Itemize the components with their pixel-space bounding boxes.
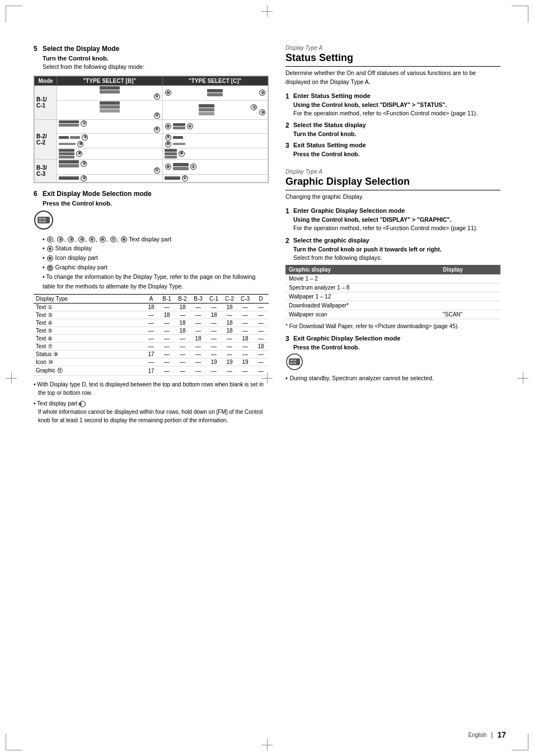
dt-cell-c3: —: [237, 327, 253, 335]
svg-rect-7: [289, 358, 300, 365]
dt-cell-b3: —: [190, 351, 206, 358]
mode-label-b2c2: B-2/C-2: [35, 119, 57, 159]
dt-cell-b3: —: [190, 358, 206, 366]
bullet-status-display: ⑨ Status display: [43, 244, 269, 253]
bullet-graphic-display: ⑪ Graphic display part: [43, 263, 269, 272]
cell-c1-row1: ⑩ ②: [162, 85, 268, 100]
cell-b2-row1: ① ④: [57, 119, 163, 133]
cell-c2-row1: ⑩ ④: [162, 119, 268, 133]
dt-cell-c3: 18: [237, 335, 253, 343]
graphic-intro: Changing the graphic Display.: [285, 193, 500, 202]
main-content: 5 Select the Display Mode Turn the Contr…: [11, 45, 523, 427]
table-row: Icon ⑩————191919—: [34, 358, 269, 366]
dt-cell-c3: —: [237, 366, 253, 376]
status-step2-title: Select the Status display: [293, 122, 366, 128]
dt-cell-c2: 18: [222, 319, 237, 327]
dt-cell-a: —: [143, 358, 159, 366]
bullet-change-info: To change the information by the Display…: [43, 272, 269, 291]
graphic-display-cell: [439, 292, 500, 301]
mode-table: Mode "TYPE SELECT [B]" "TYPE SELECT [C]"…: [34, 76, 268, 183]
table-row: Text ⑤——18——18——: [34, 327, 269, 335]
step5-desc: Select from the following display mode:: [43, 63, 269, 71]
status-step1: 1 Enter Status Setting mode Using the Co…: [285, 92, 500, 118]
graphic-table-header-display: Graphic display: [285, 265, 439, 274]
dt-cell-b1: —: [159, 327, 175, 335]
dt-cell-c2: 18: [222, 304, 237, 311]
dt-cell-d: —: [253, 351, 269, 358]
table-row: B-3/C-3 ② ①: [35, 159, 268, 174]
dt-cell-b2: —: [175, 366, 190, 376]
graphic-display-cell: "SCAN": [439, 310, 500, 319]
table-row: Text ④——18——18——: [34, 319, 269, 327]
table-row: Text ③—18——18———: [34, 311, 269, 319]
status-step1-desc: For the operation method, refer to <Func…: [293, 109, 500, 118]
language-label: English: [468, 732, 486, 738]
step6-number: 6: [34, 190, 40, 198]
cell-b3-row1: ② ①: [57, 159, 163, 174]
dt-cell-type: Status ⑨: [34, 351, 143, 358]
status-setting-section: Display Type A Status Setting Determine …: [285, 45, 500, 157]
graphic-display-table: Graphic display Display Movie 1 – 2Spect…: [285, 265, 500, 319]
dt-header-a: A: [143, 295, 159, 304]
graphic-display-cell: [439, 283, 500, 292]
dt-cell-c2: 19: [222, 358, 237, 366]
cell-b1-row2: ③: [57, 100, 163, 119]
svg-rect-1: [38, 217, 50, 223]
dt-cell-c1: —: [206, 327, 222, 335]
graphic-knob-icon: [285, 353, 303, 371]
dt-cell-c2: 18: [222, 327, 237, 335]
dt-header-c1: C-1: [206, 295, 222, 304]
graphic-section-title: Graphic Display Selection: [285, 176, 500, 190]
graphic-name-cell: Spectrum analyzer 1 – 8: [285, 283, 439, 292]
dt-header-c2: C-2: [222, 295, 237, 304]
graphic-type-label: Display Type A: [285, 169, 500, 175]
table-row: ⑤ ⑩: [35, 133, 268, 148]
dt-cell-b1: —: [159, 358, 175, 366]
dt-header-b3: B-3: [190, 295, 206, 304]
footer-separator: |: [491, 731, 493, 739]
dt-cell-c1: —: [206, 351, 222, 358]
graphic-name-cell: Downloaded Wallpaper*: [285, 301, 439, 310]
step6-subtitle: Press the Control knob.: [43, 200, 269, 207]
graphic-step3-note-text: During standby, Spectrum analyzer cannot…: [290, 374, 434, 382]
dt-cell-c1: —: [206, 343, 222, 351]
cell-b2-row2: ⑤ ⑩: [57, 133, 163, 148]
dt-cell-d: —: [253, 327, 269, 335]
graphic-display-cell: [439, 301, 500, 310]
svg-rect-2: [39, 218, 42, 220]
dt-cell-a: —: [143, 335, 159, 343]
page-container: 5 Select the Display Mode Turn the Contr…: [0, 0, 534, 756]
mode-table-wrapper: Mode "TYPE SELECT [B]" "TYPE SELECT [C]"…: [34, 76, 269, 183]
table-row: Wallpaper 1 – 12: [285, 292, 500, 301]
dt-cell-b2: —: [175, 358, 190, 366]
status-step3-title: Exit Status Setting mode: [293, 142, 366, 148]
table-row: ② ①: [35, 174, 268, 182]
left-column: 5 Select the Display Mode Turn the Contr…: [34, 45, 269, 427]
graphic-step3-title: Exit Graphic Display Selection mode: [293, 335, 400, 342]
graphic-step1: 1 Enter Graphic Display Selection mode U…: [285, 207, 500, 232]
dt-cell-d: —: [253, 335, 269, 343]
dt-cell-type: Text ④: [34, 319, 143, 327]
dt-cell-b3: —: [190, 327, 206, 335]
page-footer: English | 17: [468, 730, 506, 739]
svg-rect-9: [293, 360, 296, 361]
step5-number: 5: [34, 45, 40, 53]
status-step2-num: 2: [285, 122, 293, 129]
graphic-step2-subtitle: Turn the Control knob or push it towards…: [293, 246, 500, 253]
cell-c2-row3: ⑧: [162, 148, 268, 159]
cell-c1-row2: ① ③: [162, 100, 268, 119]
dt-cell-a: 17: [143, 366, 159, 376]
step6-bullets: ①, ②, ③, ④, ⑤, ⑥, ⑦, ⑧ Text display part…: [43, 235, 269, 291]
dt-cell-a: —: [143, 327, 159, 335]
graphic-display-cell: [439, 274, 500, 283]
dt-cell-c3: —: [237, 311, 253, 319]
graphic-step3-subtitle: Press the Control knob.: [293, 344, 500, 351]
table-row: Graphic ⑪17———————: [34, 366, 269, 376]
dt-cell-a: —: [143, 343, 159, 351]
table-row: Movie 1 – 2: [285, 274, 500, 283]
table-row: Text ⑥———18——18—: [34, 335, 269, 343]
bullet-icon-display: ⑩ Icon display part: [43, 253, 269, 263]
cell-c3-row1: ⑩ ①: [162, 159, 268, 174]
bullet-text-parts: ①, ②, ③, ④, ⑤, ⑥, ⑦, ⑧ Text display part: [43, 235, 269, 244]
graphic-table-header-value: Display: [439, 265, 500, 274]
